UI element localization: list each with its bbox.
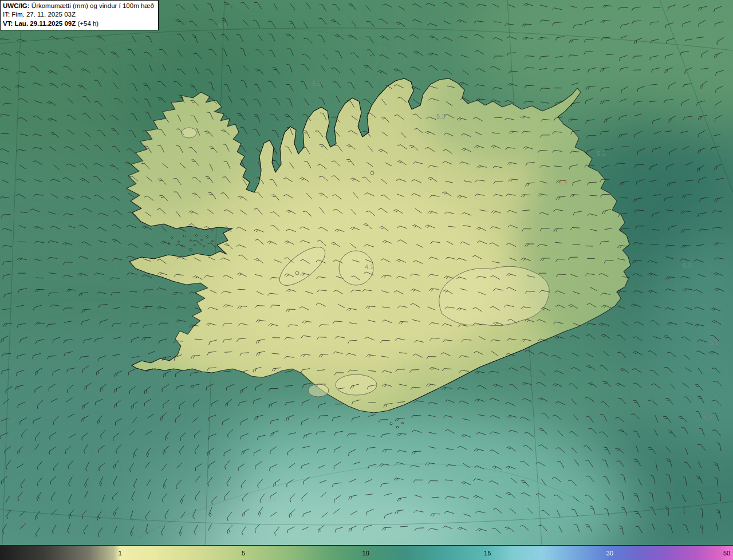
product-info-box: UWC/IG: Úrkomumætti (mm) og vindur í 100… [0, 0, 159, 30]
colorbar-tick: 1 [119, 550, 122, 557]
valid-time-value: Lau. 29.11.2025 09Z [14, 20, 76, 27]
weather-map [0, 0, 733, 545]
product-title: Úrkomumætti (mm) og vindur í 100m hæð [31, 2, 154, 9]
weather-chart-page: 6.5 5.5 5.3 5.3 2.4 5.5 5.5 5.5 4.2 10.4… [0, 0, 733, 560]
precip-colorbar: 1 5 10 15 30 50 [0, 545, 733, 560]
product-title-line: UWC/IG: Úrkomumætti (mm) og vindur í 100… [3, 2, 154, 10]
noise-texture [0, 0, 733, 545]
init-time-line: IT: Fim. 27. 11. 2025 03Z [3, 10, 154, 19]
colorbar-tick: 30 [606, 550, 613, 557]
map-area: 6.5 5.5 5.3 5.3 2.4 5.5 5.5 5.5 4.2 10.4 [0, 0, 733, 545]
init-time-value: Fim. 27. 11. 2025 03Z [11, 11, 76, 18]
valid-time-suffix: (+54 h) [77, 20, 98, 27]
colorbar-tick: 5 [242, 550, 245, 557]
init-time-label: IT: [3, 11, 10, 18]
valid-time-label: VT: [3, 20, 13, 27]
colorbar-tick: 15 [484, 550, 491, 557]
product-label: UWC/IG: [3, 2, 30, 9]
colorbar-tick: 10 [362, 550, 369, 557]
valid-time-line: VT: Lau. 29.11.2025 09Z (+54 h) [3, 19, 154, 28]
colorbar-tick: 50 [723, 550, 730, 557]
